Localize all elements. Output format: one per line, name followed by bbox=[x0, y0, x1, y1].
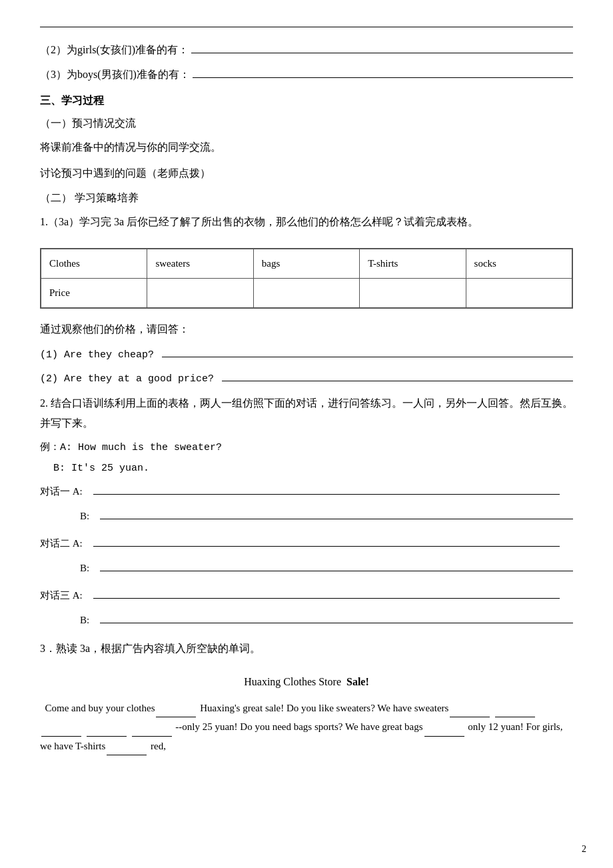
store-paragraph-1: Come and buy your clothes Huaxing's grea… bbox=[40, 699, 573, 756]
dialog-2-a-line bbox=[93, 535, 560, 547]
dialog-2-a-label: 对话二 A: bbox=[40, 535, 93, 553]
dialog-2-b-line bbox=[100, 559, 573, 571]
observe-prompt: 通过观察他们的价格，请回答： bbox=[40, 319, 573, 339]
dialog-3-b-label: B: bbox=[80, 611, 100, 629]
table-cell-price-socks bbox=[466, 279, 572, 308]
dialog-3-a-label: 对话三 A: bbox=[40, 587, 93, 605]
blank-2 bbox=[450, 705, 490, 717]
section-3-title: 三、学习过程 bbox=[40, 91, 573, 111]
example-b: B: It's 25 yuan. bbox=[40, 459, 573, 477]
table-cell-sweaters: sweaters bbox=[147, 249, 253, 279]
dialog-1-a-line bbox=[93, 483, 560, 495]
dialog-3-a-line bbox=[93, 587, 560, 599]
table-cell-price-label: Price bbox=[41, 279, 147, 308]
dialog-group-2: 对话二 A: B: bbox=[40, 535, 573, 577]
blank-1 bbox=[156, 705, 196, 717]
dialog-2-b-row: B: bbox=[40, 559, 573, 577]
top-divider bbox=[40, 27, 573, 27]
table-cell-tshirts: T-shirts bbox=[360, 249, 466, 279]
dialog-1-b-line bbox=[100, 507, 573, 519]
item2-prefix: 2. 结合口语训练利用上面的表格，两人一组仿照下面的对话，进行问答练习。一人问，… bbox=[40, 393, 573, 434]
sub2-label: （二） 学习策略培养 bbox=[40, 189, 573, 208]
table-header-row: Clothes sweaters bags T-shirts socks bbox=[41, 249, 572, 279]
blank-3 bbox=[495, 705, 535, 717]
table-price-row: Price bbox=[41, 279, 572, 308]
items-2-3-section: （2）为girls(女孩们)准备的有： （3）为boys(男孩们)准备的有： bbox=[40, 41, 573, 85]
store-name: Huaxing Clothes Store bbox=[244, 676, 341, 687]
table-cell-price-tshirts bbox=[360, 279, 466, 308]
dialog-3-b-line bbox=[100, 611, 573, 623]
table-cell-bags: bags bbox=[253, 249, 359, 279]
dialog-3-b-row: B: bbox=[40, 611, 573, 629]
item-2-girls: （2）为girls(女孩们)准备的有： bbox=[40, 41, 573, 60]
item1-prefix: 1.（3a）学习完 3a 后你已经了解了所出售的衣物，那么他们的价格怎么样呢？试… bbox=[40, 212, 573, 232]
item-3-answer-line bbox=[193, 66, 573, 78]
q1-answer bbox=[162, 345, 573, 357]
dialog-1-b-row: B: bbox=[40, 507, 573, 525]
item-2-answer-line bbox=[191, 41, 573, 53]
item-3-boys: （3）为boys(男孩们)准备的有： bbox=[40, 65, 573, 85]
store-sale-label: Sale! bbox=[346, 676, 369, 687]
item-2-label: （2）为girls(女孩们)准备的有： bbox=[40, 41, 189, 60]
question-2: (2) Are they at a good price? bbox=[40, 369, 573, 388]
store-section: Huaxing Clothes Store Sale! Come and buy… bbox=[40, 673, 573, 755]
section-3: 三、学习过程 （一）预习情况交流 将课前准备中的情况与你的同学交流。 讨论预习中… bbox=[40, 91, 573, 755]
q2-num: (2) Are they at a good price? bbox=[40, 370, 214, 388]
q2-answer bbox=[222, 369, 573, 381]
page-number: 2 bbox=[582, 844, 586, 855]
blank-6 bbox=[132, 725, 172, 737]
sub1-desc1: 将课前准备中的情况与你的同学交流。 bbox=[40, 137, 573, 157]
table-cell-clothes: Clothes bbox=[41, 249, 147, 279]
table-cell-price-bags bbox=[253, 279, 359, 308]
question-1: (1) Are they cheap? bbox=[40, 345, 573, 364]
blank-7 bbox=[424, 725, 464, 737]
dialog-2-b-label: B: bbox=[80, 559, 100, 577]
dialog-1-b-label: B: bbox=[80, 507, 100, 525]
store-title: Huaxing Clothes Store Sale! bbox=[40, 673, 573, 692]
blank-5 bbox=[87, 725, 127, 737]
blank-4 bbox=[41, 725, 81, 737]
table-cell-socks: socks bbox=[466, 249, 572, 279]
dialog-1-a-row: 对话一 A: bbox=[40, 483, 573, 501]
clothes-price-table: Clothes sweaters bags T-shirts socks Pri… bbox=[40, 248, 573, 309]
table-cell-price-sweaters bbox=[147, 279, 253, 308]
sub1-desc2: 讨论预习中遇到的问题（老师点拨） bbox=[40, 163, 573, 183]
sub1-label: （一）预习情况交流 bbox=[40, 114, 573, 133]
dialog-1-a-label: 对话一 A: bbox=[40, 483, 93, 501]
blank-8 bbox=[107, 743, 147, 755]
dialog-group-3: 对话三 A: B: bbox=[40, 587, 573, 629]
item3-prefix: 3．熟读 3a，根据广告内容填入所空缺的单词。 bbox=[40, 639, 573, 659]
dialog-3-a-row: 对话三 A: bbox=[40, 587, 573, 605]
dialog-2-a-row: 对话二 A: bbox=[40, 535, 573, 553]
item-3-label: （3）为boys(男孩们)准备的有： bbox=[40, 65, 190, 85]
q1-num: (1) Are they cheap? bbox=[40, 346, 154, 364]
example-block: 例：A: How much is the sweater? B: It's 25… bbox=[40, 439, 573, 477]
dialog-group-1: 对话一 A: B: bbox=[40, 483, 573, 525]
example-a: 例：A: How much is the sweater? bbox=[40, 439, 573, 457]
